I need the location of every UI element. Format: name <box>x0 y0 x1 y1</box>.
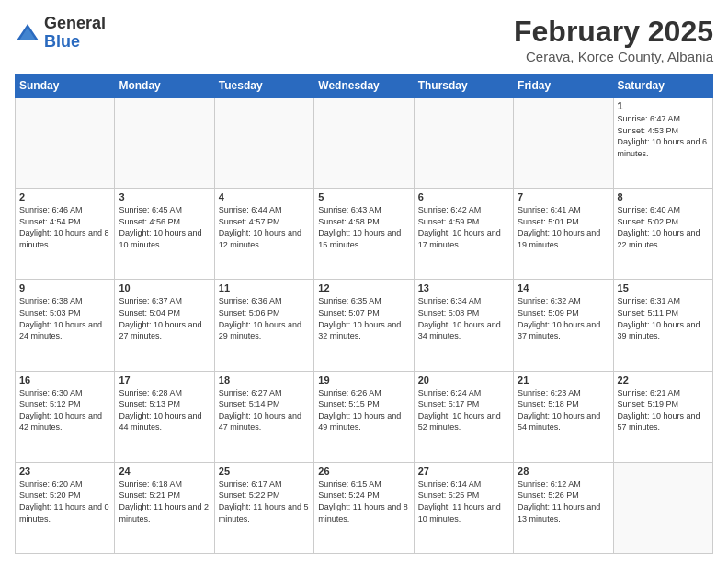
calendar-cell-w3-d1: 9Sunrise: 6:38 AM Sunset: 5:03 PM Daylig… <box>16 280 115 371</box>
col-friday: Friday <box>514 75 613 98</box>
logo: General Blue <box>15 15 106 52</box>
calendar-week-3: 9Sunrise: 6:38 AM Sunset: 5:03 PM Daylig… <box>16 280 713 371</box>
day-info: Sunrise: 6:17 AM Sunset: 5:22 PM Dayligh… <box>219 478 310 524</box>
calendar-week-1: 1Sunrise: 6:47 AM Sunset: 4:53 PM Daylig… <box>16 98 713 189</box>
calendar-cell-w3-d5: 13Sunrise: 6:34 AM Sunset: 5:08 PM Dayli… <box>414 280 513 371</box>
day-info: Sunrise: 6:18 AM Sunset: 5:21 PM Dayligh… <box>119 478 210 524</box>
day-info: Sunrise: 6:41 AM Sunset: 5:01 PM Dayligh… <box>518 204 609 250</box>
day-number: 3 <box>119 191 210 202</box>
day-number: 2 <box>19 191 110 202</box>
day-number: 21 <box>518 374 609 385</box>
col-thursday: Thursday <box>414 75 513 98</box>
day-info: Sunrise: 6:31 AM Sunset: 5:11 PM Dayligh… <box>618 295 709 341</box>
calendar-cell-w3-d6: 14Sunrise: 6:32 AM Sunset: 5:09 PM Dayli… <box>514 280 613 371</box>
header: General Blue February 2025 Cerava, Korce… <box>15 15 713 64</box>
col-wednesday: Wednesday <box>314 75 414 98</box>
day-number: 23 <box>19 465 110 477</box>
day-number: 20 <box>418 374 509 385</box>
calendar-cell-w2-d6: 7Sunrise: 6:41 AM Sunset: 5:01 PM Daylig… <box>514 189 613 280</box>
calendar-cell-w2-d2: 3Sunrise: 6:45 AM Sunset: 4:56 PM Daylig… <box>115 189 214 280</box>
calendar-cell-w3-d3: 11Sunrise: 6:36 AM Sunset: 5:06 PM Dayli… <box>214 280 313 371</box>
day-info: Sunrise: 6:27 AM Sunset: 5:14 PM Dayligh… <box>219 387 310 433</box>
day-number: 1 <box>618 100 709 111</box>
day-number: 13 <box>418 282 509 293</box>
day-info: Sunrise: 6:42 AM Sunset: 4:59 PM Dayligh… <box>418 204 509 250</box>
calendar-cell-w1-d2 <box>115 98 214 189</box>
day-number: 26 <box>318 465 409 477</box>
day-number: 22 <box>618 374 709 385</box>
day-number: 25 <box>219 465 310 477</box>
day-info: Sunrise: 6:47 AM Sunset: 4:53 PM Dayligh… <box>618 113 709 159</box>
day-number: 16 <box>19 374 110 385</box>
logo-icon <box>15 20 40 46</box>
day-info: Sunrise: 6:12 AM Sunset: 5:26 PM Dayligh… <box>518 478 609 524</box>
calendar-cell-w4-d3: 18Sunrise: 6:27 AM Sunset: 5:14 PM Dayli… <box>214 371 313 462</box>
day-info: Sunrise: 6:45 AM Sunset: 4:56 PM Dayligh… <box>119 204 210 250</box>
calendar-cell-w5-d1: 23Sunrise: 6:20 AM Sunset: 5:20 PM Dayli… <box>16 462 115 553</box>
logo-general-text: General <box>44 14 106 32</box>
day-number: 10 <box>119 282 210 293</box>
day-info: Sunrise: 6:37 AM Sunset: 5:04 PM Dayligh… <box>119 295 210 341</box>
day-info: Sunrise: 6:34 AM Sunset: 5:08 PM Dayligh… <box>418 295 509 341</box>
calendar-cell-w3-d7: 15Sunrise: 6:31 AM Sunset: 5:11 PM Dayli… <box>613 280 712 371</box>
day-info: Sunrise: 6:21 AM Sunset: 5:19 PM Dayligh… <box>618 387 709 433</box>
calendar-table: Sunday Monday Tuesday Wednesday Thursday… <box>15 74 713 554</box>
day-number: 9 <box>19 282 110 293</box>
calendar-cell-w4-d2: 17Sunrise: 6:28 AM Sunset: 5:13 PM Dayli… <box>115 371 214 462</box>
day-number: 11 <box>219 282 310 293</box>
day-number: 8 <box>618 191 709 202</box>
calendar-cell-w4-d7: 22Sunrise: 6:21 AM Sunset: 5:19 PM Dayli… <box>613 371 712 462</box>
day-info: Sunrise: 6:36 AM Sunset: 5:06 PM Dayligh… <box>219 295 310 341</box>
calendar-week-2: 2Sunrise: 6:46 AM Sunset: 4:54 PM Daylig… <box>16 189 713 280</box>
col-sunday: Sunday <box>16 75 115 98</box>
day-info: Sunrise: 6:32 AM Sunset: 5:09 PM Dayligh… <box>518 295 609 341</box>
day-info: Sunrise: 6:43 AM Sunset: 4:58 PM Dayligh… <box>318 204 409 250</box>
day-info: Sunrise: 6:44 AM Sunset: 4:57 PM Dayligh… <box>219 204 310 250</box>
calendar-cell-w4-d4: 19Sunrise: 6:26 AM Sunset: 5:15 PM Dayli… <box>314 371 414 462</box>
calendar-cell-w2-d3: 4Sunrise: 6:44 AM Sunset: 4:57 PM Daylig… <box>214 189 313 280</box>
page: General Blue February 2025 Cerava, Korce… <box>0 0 728 563</box>
calendar-cell-w3-d2: 10Sunrise: 6:37 AM Sunset: 5:04 PM Dayli… <box>115 280 214 371</box>
day-number: 24 <box>119 465 210 477</box>
title-block: February 2025 Cerava, Korce County, Alba… <box>514 15 713 64</box>
day-info: Sunrise: 6:15 AM Sunset: 5:24 PM Dayligh… <box>318 478 409 524</box>
day-info: Sunrise: 6:26 AM Sunset: 5:15 PM Dayligh… <box>318 387 409 433</box>
day-info: Sunrise: 6:35 AM Sunset: 5:07 PM Dayligh… <box>318 295 409 341</box>
day-number: 4 <box>219 191 310 202</box>
day-number: 28 <box>518 465 609 477</box>
day-number: 15 <box>618 282 709 293</box>
calendar-cell-w5-d7 <box>613 462 712 553</box>
calendar-week-4: 16Sunrise: 6:30 AM Sunset: 5:12 PM Dayli… <box>16 371 713 462</box>
calendar-cell-w1-d5 <box>414 98 513 189</box>
day-number: 5 <box>318 191 409 202</box>
calendar-cell-w1-d4 <box>314 98 414 189</box>
day-info: Sunrise: 6:24 AM Sunset: 5:17 PM Dayligh… <box>418 387 509 433</box>
day-info: Sunrise: 6:28 AM Sunset: 5:13 PM Dayligh… <box>119 387 210 433</box>
calendar-cell-w1-d1 <box>16 98 115 189</box>
calendar-cell-w4-d1: 16Sunrise: 6:30 AM Sunset: 5:12 PM Dayli… <box>16 371 115 462</box>
day-info: Sunrise: 6:46 AM Sunset: 4:54 PM Dayligh… <box>19 204 110 250</box>
calendar-cell-w5-d6: 28Sunrise: 6:12 AM Sunset: 5:26 PM Dayli… <box>514 462 613 553</box>
col-saturday: Saturday <box>613 75 712 98</box>
calendar-title: February 2025 <box>514 15 713 49</box>
day-info: Sunrise: 6:23 AM Sunset: 5:18 PM Dayligh… <box>518 387 609 433</box>
calendar-header-row: Sunday Monday Tuesday Wednesday Thursday… <box>16 75 713 98</box>
day-number: 7 <box>518 191 609 202</box>
calendar-cell-w1-d3 <box>214 98 313 189</box>
calendar-cell-w3-d4: 12Sunrise: 6:35 AM Sunset: 5:07 PM Dayli… <box>314 280 414 371</box>
calendar-week-5: 23Sunrise: 6:20 AM Sunset: 5:20 PM Dayli… <box>16 462 713 553</box>
calendar-cell-w5-d4: 26Sunrise: 6:15 AM Sunset: 5:24 PM Dayli… <box>314 462 414 553</box>
calendar-cell-w5-d5: 27Sunrise: 6:14 AM Sunset: 5:25 PM Dayli… <box>414 462 513 553</box>
day-info: Sunrise: 6:38 AM Sunset: 5:03 PM Dayligh… <box>19 295 110 341</box>
calendar-cell-w5-d3: 25Sunrise: 6:17 AM Sunset: 5:22 PM Dayli… <box>214 462 313 553</box>
calendar-cell-w2-d1: 2Sunrise: 6:46 AM Sunset: 4:54 PM Daylig… <box>16 189 115 280</box>
col-monday: Monday <box>115 75 214 98</box>
day-number: 12 <box>318 282 409 293</box>
calendar-cell-w2-d7: 8Sunrise: 6:40 AM Sunset: 5:02 PM Daylig… <box>613 189 712 280</box>
calendar-cell-w1-d6 <box>514 98 613 189</box>
col-tuesday: Tuesday <box>214 75 313 98</box>
day-number: 6 <box>418 191 509 202</box>
day-info: Sunrise: 6:40 AM Sunset: 5:02 PM Dayligh… <box>618 204 709 250</box>
logo-blue-text: Blue <box>44 32 80 51</box>
calendar-cell-w1-d7: 1Sunrise: 6:47 AM Sunset: 4:53 PM Daylig… <box>613 98 712 189</box>
